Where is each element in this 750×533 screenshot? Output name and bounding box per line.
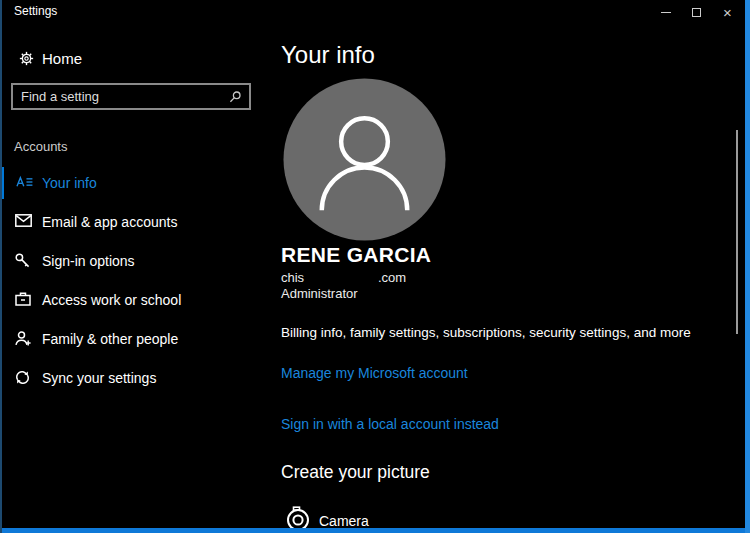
sidebar-item-sign-in-options[interactable]: Sign-in options [0,242,263,281]
sidebar-item-home[interactable]: Home [0,44,263,74]
search-box [11,83,251,110]
scrollbar-thumb[interactable] [736,130,738,334]
minimize-icon [661,12,671,13]
key-icon [15,253,30,268]
maximize-icon [692,8,701,17]
sidebar-item-access-work-school[interactable]: Access work or school [0,281,263,320]
account-email-domain: .com [378,270,406,285]
sidebar-item-your-info[interactable]: Your info [0,164,263,203]
sync-icon [15,370,30,385]
sidebar-item-label: Email & app accounts [42,214,177,230]
sign-in-local-account-link[interactable]: Sign in with a local account instead [281,416,499,432]
account-avatar [283,78,446,241]
settings-window: Settings × Home [0,0,750,533]
envelope-icon [15,214,32,227]
window-border-bottom [0,528,750,533]
sidebar-item-label: Your info [42,175,97,191]
window-controls: × [650,0,743,24]
sidebar-item-label: Family & other people [42,331,178,347]
gear-icon [19,51,34,66]
sidebar-item-family-other-people[interactable]: Family & other people [0,320,263,359]
create-picture-title: Create your picture [281,462,430,483]
briefcase-icon [15,292,31,306]
camera-label: Camera [319,513,369,529]
sidebar-item-label: Access work or school [42,292,181,308]
search-icon[interactable] [229,91,241,103]
search-input[interactable] [13,89,229,104]
window-title: Settings [14,4,57,18]
minimize-button[interactable] [650,0,681,24]
person-add-icon [15,331,31,346]
sidebar-section-accounts: Accounts [14,139,67,154]
window-border-left [0,0,2,533]
sidebar-item-email-app-accounts[interactable]: Email & app accounts [0,203,263,242]
close-icon: × [723,5,732,20]
window-border-right [745,0,750,533]
sidebar-nav: Your info Email & app accounts Sign-in o… [0,164,263,398]
sidebar-item-label: Home [42,50,82,67]
sidebar-item-label: Sign-in options [42,253,135,269]
maximize-button[interactable] [681,0,712,24]
page-title: Your info [281,41,375,69]
close-button[interactable]: × [712,0,743,24]
account-name: RENE GARCIA [281,243,431,267]
billing-description: Billing info, family settings, subscript… [281,324,701,341]
manage-microsoft-account-link[interactable]: Manage my Microsoft account [281,365,468,381]
account-role: Administrator [281,286,358,301]
contact-card-icon [15,175,34,189]
sidebar-item-label: Sync your settings [42,370,156,386]
sidebar-item-sync-your-settings[interactable]: Sync your settings [0,359,263,398]
account-email-user: chis [281,270,304,285]
